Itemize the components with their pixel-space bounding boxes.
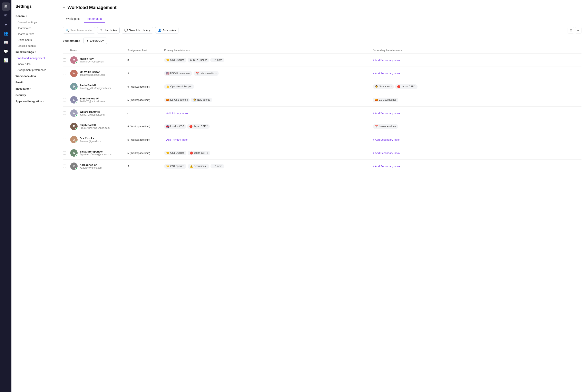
sidebar-item-teams-roles[interactable]: Teams & roles [12, 31, 56, 37]
more-badge[interactable]: + 2 more [210, 58, 224, 62]
sidebar-section-workspace-data[interactable]: Workspace data › [12, 73, 56, 79]
inbox-tag[interactable]: 📅 Late operations [373, 124, 398, 129]
table-row: W Mr. Willis Barton Jonathan@hotmail.com… [63, 67, 582, 80]
sidebar-section-email[interactable]: Email › [12, 79, 56, 86]
search-input[interactable]: 🔍 Search teammates [63, 27, 95, 34]
checkbox-cell[interactable] [63, 72, 70, 75]
inbox-tag[interactable]: 🇬🇧 London CSF [164, 124, 186, 129]
filter-chip-limit[interactable]: ⬆ Limit is Any [97, 27, 120, 34]
row-checkbox[interactable] [63, 72, 66, 75]
row-checkbox[interactable] [63, 151, 66, 154]
user-info: Mr. Willis Barton Jonathan@hotmail.com [80, 70, 105, 76]
checkbox-cell[interactable] [63, 85, 70, 88]
user-info: Elijah Bartell Brook.Kuhn21@yahoo.com [80, 124, 110, 130]
inbox-tag[interactable]: 🧑‍💼 New agents [373, 84, 394, 89]
checkbox-cell[interactable] [63, 112, 70, 115]
row-checkbox[interactable] [63, 85, 66, 88]
nav-icon-chart[interactable]: 📊 [2, 56, 10, 64]
main-content: ≡ Workload Management Workspace Teammate… [56, 0, 588, 392]
add-secondary-inbox[interactable]: + Add Secondary inbox [373, 58, 400, 62]
sidebar-item-general-settings[interactable]: General settings [12, 19, 56, 25]
table-row: P Paula Bartell Timothy_Mills36@gmail.co… [63, 80, 582, 93]
inbox-tag[interactable]: 🤝 CS1 Queries [164, 164, 186, 169]
row-checkbox[interactable] [63, 58, 66, 62]
tab-workspace[interactable]: Workspace [63, 15, 84, 23]
avatar: K [70, 162, 78, 170]
inbox-tag[interactable]: 🔴 Japan CSF 2 [395, 84, 418, 89]
checkbox-cell[interactable] [63, 98, 70, 102]
nav-icon-inbox[interactable]: ✉ [2, 12, 10, 20]
user-name: Ora Crooks [80, 137, 102, 140]
filter-chip-team-inbox[interactable]: 💬 Team Inbox is Any [122, 27, 153, 34]
sidebar-section-security[interactable]: Security › [12, 92, 56, 98]
user-info: Willard Hammes Jakob71@hotmail.com [80, 110, 104, 116]
nav-icon-send[interactable]: ➤ [2, 20, 10, 28]
sidebar-item-teammates[interactable]: Teammates [12, 25, 56, 31]
row-checkbox[interactable] [63, 125, 66, 128]
inbox-tag[interactable]: 🖥 CS2 Queries [188, 58, 209, 62]
limit-cell: - [128, 112, 164, 115]
online-status-dot [75, 62, 78, 64]
add-primary-inbox[interactable]: + Add Primary Inbox [164, 112, 188, 115]
menu-icon[interactable]: ≡ [63, 6, 65, 10]
inbox-tag[interactable]: 🇪🇸 ES CS2 queries [373, 98, 398, 102]
sidebar-section-installation[interactable]: Installation › [12, 86, 56, 92]
inbox-tag[interactable]: 🤝 CS1 Queries [164, 58, 186, 62]
add-secondary-inbox[interactable]: + Add Secondary inbox [373, 112, 400, 115]
th-checkbox [63, 49, 70, 52]
row-checkbox[interactable] [63, 138, 66, 141]
grid-view-toggle[interactable]: ⊟ [568, 27, 574, 34]
row-checkbox[interactable] [63, 112, 66, 115]
add-secondary-inbox[interactable]: + Add Secondary inbox [373, 152, 400, 154]
inbox-tag[interactable]: 📅 Late operations [194, 71, 219, 76]
checkbox-cell[interactable] [63, 58, 70, 62]
sidebar-section-general[interactable]: General ▾ [12, 13, 56, 19]
add-secondary-inbox[interactable]: + Add Secondary inbox [373, 165, 400, 168]
avatar: S [70, 149, 78, 156]
sidebar-item-assignment-preferences[interactable]: Assignment preferences [12, 67, 56, 73]
add-secondary-inbox[interactable]: + Add Secondary inbox [373, 138, 400, 141]
add-secondary-inbox[interactable]: + Add Secondary inbox [373, 72, 400, 75]
user-cell: K Karl Jones Sr. Xzavier@yahoo.com [70, 162, 128, 170]
filter-chip-role[interactable]: 👤 Role is Any [155, 27, 178, 34]
checkbox-cell[interactable] [63, 164, 70, 168]
inbox-tag[interactable]: ⚠️ Operationa.. [188, 164, 209, 169]
filter-team-inbox-label: Team Inbox is Any [129, 29, 151, 32]
row-checkbox[interactable] [63, 164, 66, 168]
sidebar-item-inbox-rules[interactable]: Inbox rules [12, 61, 56, 67]
online-status-dot [75, 114, 78, 116]
sidebar-section-apps[interactable]: Apps and integration › [12, 98, 56, 104]
nav-icon-grid[interactable]: ⊞ [2, 2, 10, 10]
table-row: K Karl Jones Sr. Xzavier@yahoo.com 5 🤝 C… [63, 160, 582, 173]
inbox-tag[interactable]: 🇪🇸 ES CS2 queries [164, 98, 190, 102]
nav-icon-chat[interactable]: 💬 [2, 47, 10, 56]
sidebar-item-office-hours[interactable]: Office hours [12, 37, 56, 43]
user-name: Paula Bartell [80, 84, 111, 87]
more-badge[interactable]: + 2 more [210, 164, 224, 168]
tab-teammates[interactable]: Teammates [84, 15, 105, 23]
th-primary: Primary team inboxes [164, 49, 373, 52]
inbox-tag[interactable]: 🇺🇸 US VIP customers [164, 71, 192, 76]
inbox-tag[interactable]: 🤝 CS1 Queries [164, 151, 186, 155]
sidebar-item-workload-management[interactable]: Workload management [12, 55, 56, 61]
view-toggles: ⊟ ≡ [568, 27, 582, 34]
sidebar-section-inbox-settings[interactable]: Inbox Settings ▾ [12, 49, 56, 55]
export-csv-button[interactable]: ⬇ Export CSV [84, 38, 107, 44]
nav-icon-people[interactable]: 👥 [2, 30, 10, 38]
checkbox-cell[interactable] [63, 125, 70, 128]
nav-icon-book[interactable]: 📖 [2, 38, 10, 46]
inbox-tag[interactable]: ⚠️ Operational Support [164, 84, 194, 89]
user-name: Marisa Ray [80, 57, 104, 60]
checkbox-cell[interactable] [63, 138, 70, 141]
inbox-tag[interactable]: 🧑‍💼 New agents [191, 98, 212, 102]
checkbox-cell[interactable] [63, 151, 70, 154]
limit-cell: 5 (Workspace limit) [128, 125, 164, 128]
avatar: E [70, 96, 78, 104]
inbox-tag[interactable]: 🔴 Japan CSF 2 [188, 151, 210, 155]
teammates-bar: 9 teammates ⬇ Export CSV [63, 38, 582, 44]
row-checkbox[interactable] [63, 98, 66, 102]
list-view-toggle[interactable]: ≡ [575, 27, 582, 34]
sidebar-item-blocked-people[interactable]: Blocked people [12, 43, 56, 49]
inbox-tag[interactable]: 🔴 Japan CSF 2 [187, 124, 210, 129]
add-primary-inbox[interactable]: + Add Primary Inbox [164, 138, 188, 141]
